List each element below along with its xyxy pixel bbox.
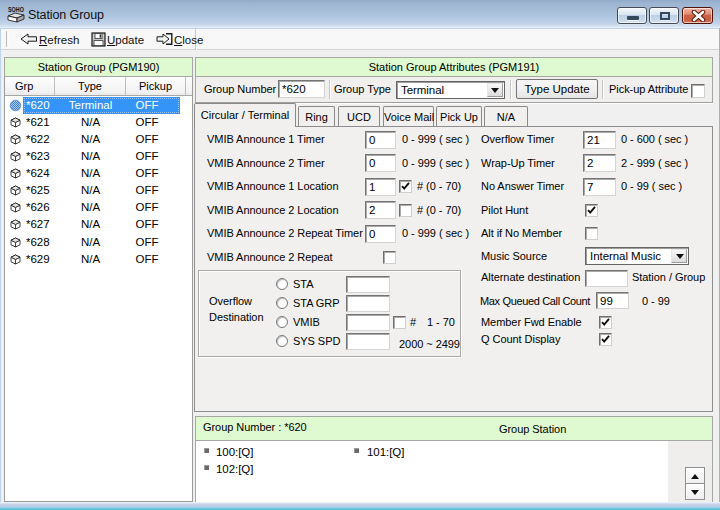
svg-text:SOHO: SOHO [8, 6, 24, 13]
